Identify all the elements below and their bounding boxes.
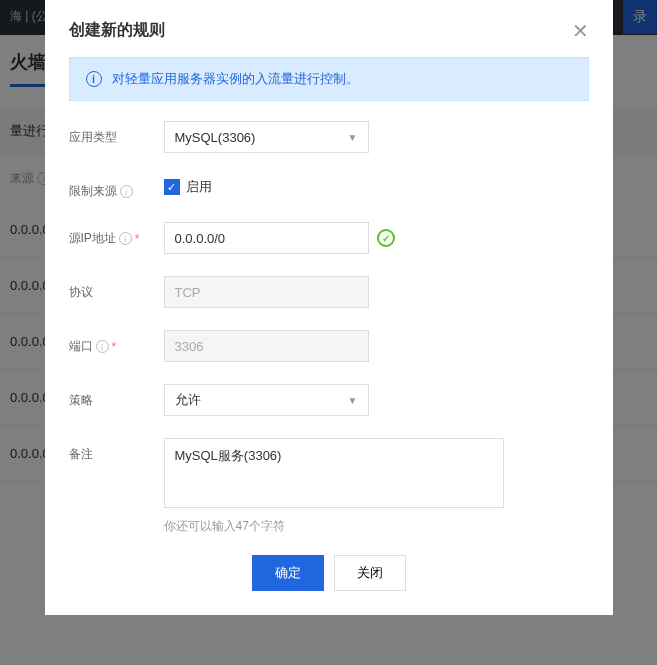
create-rule-modal: 创建新的规则 ✕ i 对轻量应用服务器实例的入流量进行控制。 应用类型 MySQ… [45, 0, 613, 615]
port-input [164, 330, 369, 362]
form-row-sourceip: 源IP地址 i * ✓ [69, 222, 589, 254]
close-button[interactable]: 关闭 [334, 555, 406, 591]
chevron-down-icon: ▼ [348, 395, 358, 406]
form-row-protocol: 协议 [69, 276, 589, 308]
form-row-port: 端口 i * [69, 330, 589, 362]
help-icon[interactable]: i [119, 232, 132, 245]
protocol-control [164, 276, 589, 308]
help-icon[interactable]: i [96, 340, 109, 353]
close-icon[interactable]: ✕ [572, 21, 589, 41]
remark-hint: 你还可以输入47个字符 [164, 518, 589, 535]
modal-header: 创建新的规则 ✕ [45, 0, 613, 57]
modal-title: 创建新的规则 [69, 20, 165, 41]
form-row-limitsource: 限制来源 i ✓ 启用 [69, 175, 589, 200]
policy-select[interactable]: 允许 ▼ [164, 384, 369, 416]
rule-form: 应用类型 MySQL(3306) ▼ 限制来源 i ✓ [45, 121, 613, 535]
info-banner: i 对轻量应用服务器实例的入流量进行控制。 [69, 57, 589, 101]
modal-overlay: 创建新的规则 ✕ i 对轻量应用服务器实例的入流量进行控制。 应用类型 MySQ… [0, 0, 657, 665]
limitsource-checkbox: ✓ [164, 179, 180, 195]
remark-label: 备注 [69, 438, 164, 463]
apptype-control: MySQL(3306) ▼ [164, 121, 589, 153]
required-indicator: * [112, 340, 117, 354]
info-icon: i [86, 71, 102, 87]
port-control [164, 330, 589, 362]
confirm-button[interactable]: 确定 [252, 555, 324, 591]
remark-control [164, 438, 589, 508]
modal-footer: 确定 关闭 [45, 535, 613, 615]
form-row-apptype: 应用类型 MySQL(3306) ▼ [69, 121, 589, 153]
sourceip-control: ✓ [164, 222, 589, 254]
sourceip-input[interactable] [164, 222, 369, 254]
form-row-policy: 策略 允许 ▼ [69, 384, 589, 416]
protocol-input [164, 276, 369, 308]
protocol-label: 协议 [69, 276, 164, 301]
required-indicator: * [135, 232, 140, 246]
sourceip-label: 源IP地址 i * [69, 222, 164, 247]
remark-textarea[interactable] [164, 438, 504, 508]
info-text: 对轻量应用服务器实例的入流量进行控制。 [112, 70, 359, 88]
help-icon[interactable]: i [120, 185, 133, 198]
port-label: 端口 i * [69, 330, 164, 355]
chevron-down-icon: ▼ [348, 132, 358, 143]
port-label-text: 端口 [69, 338, 93, 355]
apptype-select[interactable]: MySQL(3306) ▼ [164, 121, 369, 153]
apptype-label: 应用类型 [69, 121, 164, 146]
limitsource-checkbox-wrap[interactable]: ✓ 启用 [164, 175, 212, 196]
limitsource-label: 限制来源 i [69, 175, 164, 200]
apptype-value: MySQL(3306) [175, 130, 256, 145]
limitsource-label-text: 限制来源 [69, 183, 117, 200]
limitsource-control: ✓ 启用 [164, 175, 589, 196]
limitsource-checkbox-label: 启用 [186, 178, 212, 196]
policy-control: 允许 ▼ [164, 384, 589, 416]
policy-value: 允许 [175, 391, 201, 409]
policy-label: 策略 [69, 384, 164, 409]
form-row-remark: 备注 [69, 438, 589, 508]
sourceip-label-text: 源IP地址 [69, 230, 116, 247]
check-circle-icon: ✓ [377, 229, 395, 247]
